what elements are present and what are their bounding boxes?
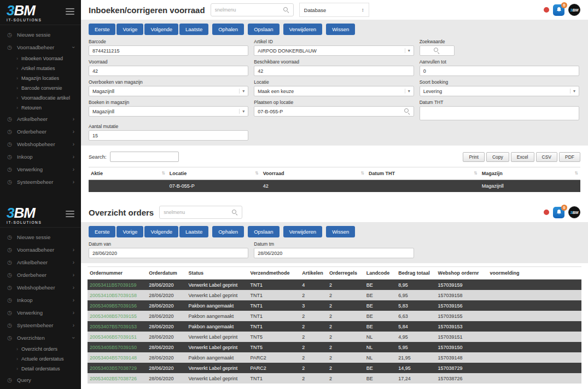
sidebar-subitem-magazijn-locaties[interactable]: ›Magazijn locaties <box>0 73 81 83</box>
verwijderen-button[interactable]: Verwijderen <box>283 24 323 35</box>
soort-boeking-select[interactable]: Levering ▾ <box>420 86 579 96</box>
database-select[interactable]: Database ↕ <box>299 3 369 17</box>
table-row[interactable]: 20053402B5703872628/06/2020Verwerkt Labe… <box>88 373 581 384</box>
order-number-link[interactable]: 20053405B57039150 <box>90 345 137 350</box>
order-number-link[interactable]: 20053408B57039155 <box>90 313 137 319</box>
remote-support-icon[interactable] <box>544 7 549 13</box>
order-number-link[interactable]: 20053407B57039153 <box>90 324 137 329</box>
order-number-link[interactable]: 20053403B57038729 <box>90 365 137 371</box>
remote-support-icon[interactable] <box>544 210 549 215</box>
sidebar-item-inkoop[interactable]: ◷Inkoop› <box>0 150 81 163</box>
order-number-link[interactable]: 20053402B57038726 <box>90 376 137 381</box>
sidebar-subitem-voorraadlocatie-artikel[interactable]: ›Voorraadlocatie artikel <box>0 93 81 103</box>
pdf-export-button[interactable]: PDF <box>559 152 580 162</box>
column-header-webshop-ordernr[interactable]: Webshop ordernr <box>436 267 488 280</box>
column-header-landcode[interactable]: Landcode <box>364 267 397 280</box>
plaatsen-op-locatie-input[interactable] <box>258 109 401 114</box>
order-number-link[interactable]: 20053409B57039156 <box>90 303 137 309</box>
table-row[interactable]: 20053406B5703915128/06/2020Verwerkt Labe… <box>88 332 581 342</box>
sidebar-item-artikelbeheer[interactable]: ◷Artikelbeheer› <box>0 256 81 269</box>
sidebar-subitem-actuele-orderstatus[interactable]: ›Actuele orderstatus <box>0 354 81 364</box>
sidebar-item-systeembeheer[interactable]: ◷Systeembeheer› <box>0 319 81 332</box>
sidebar-item-query[interactable]: ◷Query <box>0 374 81 386</box>
beschikbare-voorraad-input[interactable] <box>258 68 410 74</box>
column-header-voorraad[interactable]: Voorraad⇅ <box>261 167 366 180</box>
csv-export-button[interactable]: CSV <box>536 152 557 162</box>
vorige-button[interactable]: Vorige <box>117 226 143 237</box>
order-number-link[interactable]: 20053410B57039158 <box>90 293 137 298</box>
table-row[interactable]: 07-B-055-P42Magazijnll <box>89 180 580 193</box>
table-row[interactable]: 20053411B5703915928/06/2020Verwerkt Labe… <box>88 280 581 291</box>
quick-search-input[interactable] <box>164 210 230 215</box>
artikel-id-select[interactable]: AIRPOD DONKERBLAUW ▾ <box>254 45 414 56</box>
print-export-button[interactable]: Print <box>463 152 484 162</box>
verwijderen-button[interactable]: Verwijderen <box>283 226 323 237</box>
sidebar-subitem-retouren[interactable]: ›Retouren <box>0 103 81 113</box>
laatste-button[interactable]: Laatste <box>179 24 208 35</box>
opslaan-button[interactable]: Opslaan <box>248 24 279 35</box>
sidebar-subitem-barcode-conversie[interactable]: ›Barcode conversie <box>0 83 81 93</box>
sidebar-item-orderbeheer[interactable]: ◷Orderbeheer› <box>0 269 81 281</box>
datum-tm-input[interactable] <box>258 251 410 256</box>
quick-search-input[interactable] <box>215 7 281 13</box>
sidebar-item-verwerking[interactable]: ◷Verwerking› <box>0 306 81 319</box>
column-header-datum-tht[interactable]: Datum THT⇅ <box>366 167 480 180</box>
search-icon[interactable] <box>404 108 410 114</box>
account-badge-3bm[interactable]: 3BM <box>568 4 580 16</box>
column-header-status[interactable]: Status <box>187 267 248 280</box>
copy-export-button[interactable]: Copy <box>486 152 509 162</box>
datum-tht-input[interactable] <box>423 111 575 116</box>
sidebar-item-webshopbeheer[interactable]: ◷Webshopbeheer› <box>0 138 81 150</box>
account-badge-3bm[interactable]: 3BM <box>568 206 580 218</box>
table-row[interactable]: 20053408B5703915528/06/2020Pakbon aangem… <box>88 311 581 321</box>
column-header-locatie[interactable]: Locatie⇅ <box>167 167 261 180</box>
overboeken-van-magazijn-select[interactable]: Magazijnll ▾ <box>89 86 248 96</box>
column-header-voormelding[interactable]: voormelding <box>487 267 581 280</box>
sidebar-subitem-inboeken-voorraad[interactable]: ›Inboeken Voorraad <box>0 54 81 63</box>
eerste-button[interactable]: Eerste <box>89 24 115 35</box>
order-number-link[interactable]: 20053406B57039151 <box>90 334 137 340</box>
sidebar-item-nieuwe-sessie[interactable]: ◷Nieuwe sessie <box>0 231 81 243</box>
hamburger-menu-icon[interactable] <box>66 8 74 15</box>
table-row[interactable]: 20053405B5703915028/06/2020Verwerkt Labe… <box>88 342 581 352</box>
table-row[interactable]: 20053409B5703915628/06/2020Pakbon aangem… <box>88 300 581 311</box>
locatie-select[interactable]: Maak een keuze ▾ <box>254 86 414 96</box>
sidebar-item-nieuwe-sessie[interactable]: ◷Nieuwe sessie <box>0 28 81 41</box>
sidebar-item-orderbeheer[interactable]: ◷Orderbeheer› <box>0 125 81 138</box>
ophalen-button[interactable]: Ophalen <box>212 24 244 35</box>
wissen-button[interactable]: Wissen <box>326 226 355 237</box>
column-header-orderdatum[interactable]: Orderdatum <box>147 267 186 280</box>
column-header-ordernummer[interactable]: Ordernummer <box>88 267 147 280</box>
logo-3bm[interactable]: 3BM IT-SOLUTIONS <box>7 4 42 22</box>
notifications-button[interactable]: 0 <box>553 207 564 218</box>
eerste-button[interactable]: Eerste <box>89 226 115 237</box>
table-search-input[interactable] <box>110 152 179 162</box>
volgende-button[interactable]: Volgende <box>144 226 178 237</box>
column-header-orderregels[interactable]: Orderregels <box>327 267 364 280</box>
zoekwaarde-search-button[interactable] <box>420 45 455 56</box>
column-header-artikelen[interactable]: Artikelen <box>300 267 327 280</box>
sidebar-item-voorraadbeheer[interactable]: ◷Voorraadbeheer› <box>0 243 81 256</box>
column-header-verzendmethode[interactable]: Verzendmethode <box>248 267 300 280</box>
laatste-button[interactable]: Laatste <box>179 226 208 237</box>
column-header-magazijn[interactable]: Magazijn⇅ <box>480 167 580 180</box>
voorraad-input[interactable] <box>92 68 244 74</box>
opslaan-button[interactable]: Opslaan <box>248 226 279 237</box>
sidebar-item-artikelbeheer[interactable]: ◷Artikelbeheer› <box>0 113 81 125</box>
sidebar-subitem-artikel-mutaties[interactable]: ›Artikel mutaties <box>0 63 81 73</box>
sidebar-subitem-overzicht-orders[interactable]: ›Overzicht orders <box>0 344 81 354</box>
notifications-button[interactable]: 0 <box>553 4 564 16</box>
sidebar-subitem-detail-orderstatus[interactable]: ›Detail orderstatus <box>0 364 81 374</box>
sidebar-item-systeembeheer[interactable]: ◷Systeembeheer› <box>0 176 81 188</box>
table-row[interactable]: 20053410B5703915828/06/2020Verwerkt Labe… <box>88 290 581 300</box>
table-row[interactable]: 20053403B5703872928/06/2020Verwerkt Labe… <box>88 363 581 373</box>
ophalen-button[interactable]: Ophalen <box>212 226 244 237</box>
barcode-input[interactable] <box>92 48 244 54</box>
order-number-link[interactable]: 20053411B57039159 <box>90 282 136 288</box>
sidebar-item-overzichten[interactable]: ◷Overzichten› <box>0 332 81 344</box>
sidebar-item-webshopbeheer[interactable]: ◷Webshopbeheer› <box>0 281 81 294</box>
table-row[interactable]: 20053407B5703915328/06/2020Pakbon aangem… <box>88 321 581 332</box>
aantal-mutatie-input[interactable] <box>92 133 244 138</box>
column-header-aktie[interactable]: Aktie⇅ <box>89 167 167 180</box>
logo-3bm[interactable]: 3BM IT-SOLUTIONS <box>7 206 42 224</box>
